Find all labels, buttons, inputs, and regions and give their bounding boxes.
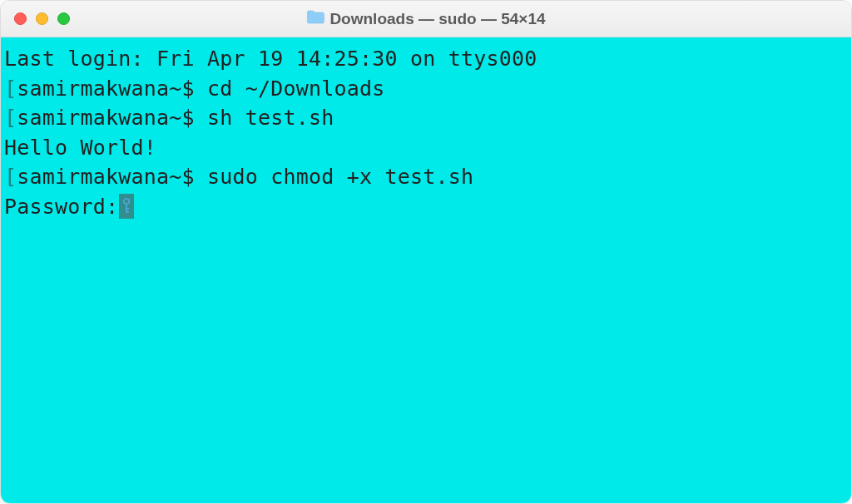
prompt-3: samirmakwana~$: [17, 165, 207, 189]
password-label: Password:: [4, 192, 118, 222]
terminal-body[interactable]: Last login: Fri Apr 19 14:25:30 on ttys0…: [1, 37, 851, 503]
window-title: Downloads — sudo — 54×14: [329, 10, 545, 28]
folder-icon: [306, 9, 324, 28]
cmd-1: cd ~/Downloads: [207, 77, 385, 101]
password-prompt-line: Password:: [4, 192, 843, 222]
terminal-window: Downloads — sudo — 54×14 Last login: Fri…: [0, 0, 852, 504]
command-line-3: [samirmakwana~$ sudo chmod +x test.sh: [4, 162, 843, 192]
close-button[interactable]: [14, 12, 27, 25]
svg-rect-2: [126, 208, 129, 210]
traffic-lights: [14, 12, 70, 25]
prompt-2: samirmakwana~$: [17, 106, 207, 130]
minimize-button[interactable]: [36, 12, 48, 25]
svg-point-0: [124, 199, 129, 204]
key-icon: [119, 194, 134, 219]
zoom-button[interactable]: [57, 12, 70, 25]
titlebar[interactable]: Downloads — sudo — 54×14: [1, 1, 851, 37]
svg-rect-3: [126, 211, 129, 213]
cmd-3: sudo chmod +x test.sh: [207, 165, 473, 189]
output-line-1: Hello World!: [4, 133, 843, 163]
cmd-2: sh test.sh: [207, 106, 334, 130]
last-login-line: Last login: Fri Apr 19 14:25:30 on ttys0…: [4, 44, 843, 74]
command-line-1: [samirmakwana~$ cd ~/Downloads: [4, 74, 843, 104]
command-line-2: [samirmakwana~$ sh test.sh: [4, 103, 843, 133]
window-title-group: Downloads — sudo — 54×14: [306, 9, 545, 28]
prompt-1: samirmakwana~$: [17, 77, 207, 101]
